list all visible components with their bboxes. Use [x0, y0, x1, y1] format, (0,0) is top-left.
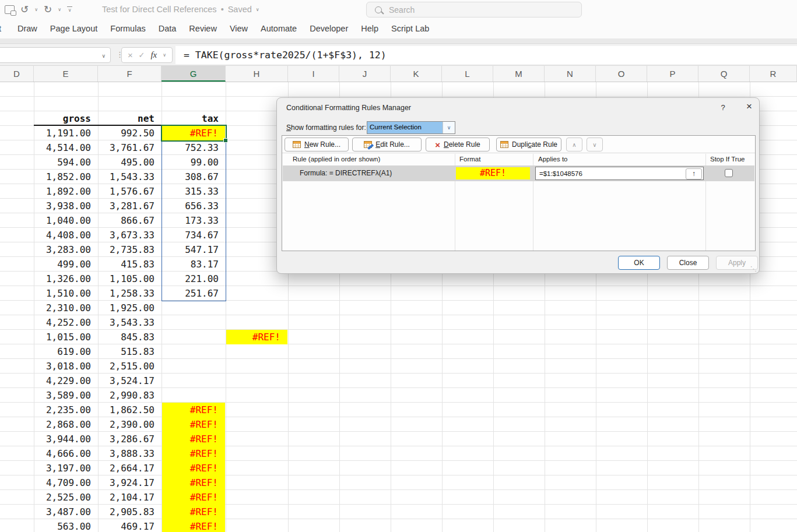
cell-net[interactable]: 3,673.33: [98, 228, 161, 242]
redo-dropdown-chevron-icon[interactable]: ∨: [58, 7, 61, 12]
column-header-N[interactable]: N: [545, 66, 596, 82]
active-cell-selection[interactable]: [161, 125, 227, 142]
tab-developer[interactable]: Developer: [310, 24, 348, 33]
cell-gross[interactable]: 4,408.00: [34, 228, 98, 242]
document-title[interactable]: Test for Direct Cell References • Saved …: [102, 0, 259, 19]
cell-gross[interactable]: 3,938.00: [34, 199, 98, 213]
cell-net[interactable]: 515.83: [98, 344, 161, 359]
tab-t[interactable]: t: [0, 24, 5, 33]
cell-tax[interactable]: 752.33: [161, 140, 226, 155]
duplicate-rule-button[interactable]: Duplicate Rule: [496, 138, 561, 152]
cell-net[interactable]: 1,543.33: [98, 170, 161, 184]
edit-rule-button[interactable]: Edit Rule...: [352, 138, 422, 152]
cell-net[interactable]: 2,735.83: [98, 242, 161, 257]
column-header-P[interactable]: P: [647, 66, 698, 82]
cell-gross[interactable]: 3,018.00: [34, 359, 98, 374]
cell-tax[interactable]: 99.00: [161, 155, 226, 170]
cell-net[interactable]: 3,924.17: [98, 475, 161, 490]
cell-gross[interactable]: 4,666.00: [34, 446, 98, 461]
cell-net[interactable]: 469.17: [98, 519, 161, 532]
cell-net[interactable]: 2,515.00: [98, 359, 161, 374]
column-header-R[interactable]: R: [750, 66, 797, 82]
cell-net[interactable]: 3,281.67: [98, 199, 161, 213]
cell-tax[interactable]: 656.33: [161, 199, 226, 213]
scope-dropdown[interactable]: Current Selection ∨: [367, 121, 455, 134]
cell-net[interactable]: 992.50: [98, 126, 161, 140]
cell-tax[interactable]: 734.67: [161, 228, 226, 242]
undo-dropdown-chevron-icon[interactable]: ∨: [34, 7, 38, 12]
customize-qat-icon[interactable]: ∨: [67, 6, 72, 13]
stop-if-true-checkbox[interactable]: [725, 169, 733, 177]
cell-gross[interactable]: 4,229.00: [34, 374, 98, 388]
tab-view[interactable]: View: [230, 24, 248, 33]
cell-tax[interactable]: 83.17: [161, 257, 226, 272]
column-header-H[interactable]: H: [226, 66, 288, 82]
cell-tax[interactable]: 251.67: [161, 286, 226, 301]
tab-automate[interactable]: Automate: [261, 24, 297, 33]
column-header-O[interactable]: O: [596, 66, 647, 82]
cell-net[interactable]: 3,543.33: [98, 315, 161, 330]
ok-button[interactable]: OK: [618, 256, 660, 270]
tab-data[interactable]: Data: [159, 24, 177, 33]
cell-gross[interactable]: 4,252.00: [34, 315, 98, 330]
column-header-K[interactable]: K: [391, 66, 442, 82]
undo-icon[interactable]: ↺: [20, 5, 29, 15]
cell-net[interactable]: 2,905.83: [98, 505, 161, 519]
delete-rule-button[interactable]: × Delete Rule: [426, 138, 490, 152]
cell-gross[interactable]: 594.00: [34, 155, 98, 170]
column-header-M[interactable]: M: [493, 66, 545, 82]
close-button[interactable]: Close: [667, 256, 709, 270]
column-header-F[interactable]: F: [98, 66, 161, 82]
help-icon[interactable]: ?: [718, 103, 728, 112]
cell-net[interactable]: 1,258.33: [98, 286, 161, 301]
cell-gross[interactable]: 3,487.00: [34, 505, 98, 519]
tab-help[interactable]: Help: [361, 24, 378, 33]
name-box-chevron-icon[interactable]: ∨: [101, 53, 106, 59]
cell-tax[interactable]: 173.33: [161, 213, 226, 228]
column-header-Q[interactable]: Q: [698, 66, 750, 82]
range-select-icon[interactable]: ↑: [686, 168, 702, 179]
tab-formulas[interactable]: Formulas: [110, 24, 145, 33]
move-rule-down-button[interactable]: ∨: [587, 138, 603, 152]
table-header-tax[interactable]: tax: [161, 111, 226, 126]
error-cell-tax[interactable]: #REF!: [162, 475, 225, 490]
column-header-D[interactable]: D: [0, 66, 34, 82]
cell-gross[interactable]: 2,235.00: [34, 403, 98, 417]
error-cell-tax[interactable]: #REF!: [162, 403, 225, 417]
formula-input[interactable]: = TAKE(gross*rate2025/(1+$F$3), 12): [175, 46, 797, 64]
insert-function-chevron-icon[interactable]: ∨: [163, 52, 166, 58]
name-box[interactable]: ∨: [0, 47, 111, 63]
rule-row[interactable]: Formula: = DIRECTREFλ(A1) #REF! ↑: [283, 165, 754, 181]
cell-gross[interactable]: 2,310.00: [34, 301, 98, 315]
cell-gross[interactable]: 1,510.00: [34, 286, 98, 301]
cell-net[interactable]: 1,862.50: [98, 403, 161, 417]
cell-net[interactable]: 866.67: [98, 213, 161, 228]
cell-gross[interactable]: 1,015.00: [34, 330, 98, 344]
tab-page-layout[interactable]: Page Layout: [50, 24, 97, 33]
cancel-icon[interactable]: ×: [128, 50, 133, 60]
table-header-gross[interactable]: gross: [34, 111, 98, 126]
column-header-G[interactable]: G: [161, 66, 226, 82]
cell-gross[interactable]: 1,852.00: [34, 170, 98, 184]
cell-gross[interactable]: 4,514.00: [34, 140, 98, 155]
cell-net[interactable]: 2,390.00: [98, 417, 161, 432]
cell-gross[interactable]: 619.00: [34, 344, 98, 359]
cell-tax[interactable]: 547.17: [161, 242, 226, 257]
close-icon[interactable]: ×: [743, 101, 755, 112]
table-header-net[interactable]: net: [98, 111, 161, 126]
tab-draw[interactable]: Draw: [17, 24, 37, 33]
error-cell-tax[interactable]: #REF!: [162, 490, 225, 505]
cell-net[interactable]: 1,105.00: [98, 272, 161, 286]
cell-gross[interactable]: 3,944.00: [34, 432, 98, 446]
cell-gross[interactable]: 563.00: [34, 519, 98, 532]
cell-net[interactable]: 3,524.17: [98, 374, 161, 388]
cell-tax[interactable]: 221.00: [161, 272, 226, 286]
error-cell-h[interactable]: #REF!: [226, 330, 287, 344]
cell-net[interactable]: 845.83: [98, 330, 161, 344]
cell-gross[interactable]: 1,326.00: [34, 272, 98, 286]
new-rule-button[interactable]: New Rule...: [285, 138, 349, 152]
cell-gross[interactable]: 3,589.00: [34, 388, 98, 403]
error-cell-tax[interactable]: #REF!: [162, 461, 225, 475]
search-box[interactable]: [366, 2, 582, 17]
tab-script-lab[interactable]: Script Lab: [391, 24, 429, 33]
